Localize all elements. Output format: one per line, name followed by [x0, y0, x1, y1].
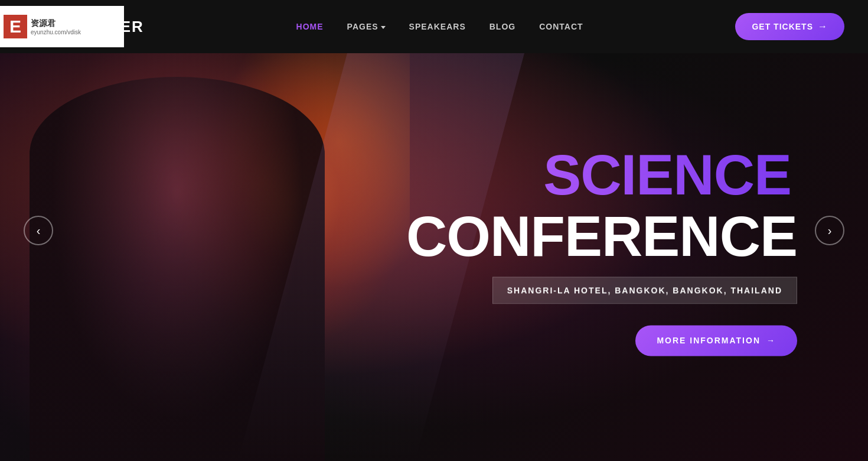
nav-item-blog[interactable]: BLOG: [490, 21, 515, 32]
more-info-label: MORE INFORMATION: [657, 336, 761, 345]
more-information-button[interactable]: MORE INFORMATION →: [635, 325, 797, 356]
location-badge: SHANGRI-LA HOTEL, BANGKOK, BANGKOK, THAI…: [406, 265, 797, 304]
nav-link-pages[interactable]: PAGES: [347, 22, 378, 31]
hero-section: ‹ SCIENCE CONFERENCE SHANGRI-LA HOTEL, B…: [0, 0, 868, 461]
nav-item-speakears[interactable]: SPEAKEARS: [409, 21, 466, 32]
get-tickets-label: GET TICKETS: [752, 22, 813, 31]
carousel-prev-button[interactable]: ‹: [24, 216, 53, 245]
nav-links: HOME PAGES SPEAKEARS BLOG CONTACT: [296, 21, 583, 32]
prev-arrow-icon: ‹: [37, 224, 41, 238]
watermark: E 资源君 eyunzhu.com/vdisk: [0, 6, 124, 47]
hero-title-line1: SCIENCE: [406, 147, 797, 203]
nav-item-home[interactable]: HOME: [296, 21, 324, 32]
get-tickets-button[interactable]: GET TICKETS →: [735, 13, 844, 40]
watermark-e-letter: E: [4, 15, 27, 38]
watermark-url: eyunzhu.com/vdisk: [31, 29, 81, 35]
location-text: SHANGRI-LA HOTEL, BANGKOK, BANGKOK, THAI…: [492, 277, 797, 304]
chevron-down-icon: [381, 26, 386, 29]
hero-content: SCIENCE CONFERENCE SHANGRI-LA HOTEL, BAN…: [406, 147, 797, 356]
more-info-arrow-icon: →: [766, 336, 776, 345]
nav-item-contact[interactable]: CONTACT: [539, 21, 583, 32]
carousel-next-button[interactable]: ›: [815, 216, 844, 245]
nav-item-pages[interactable]: PAGES: [347, 22, 386, 31]
hero-title-line2: CONFERENCE: [406, 208, 797, 265]
nav-link-contact[interactable]: CONTACT: [539, 22, 583, 31]
nav-link-blog[interactable]: BLOG: [490, 22, 515, 31]
nav-link-speakears[interactable]: SPEAKEARS: [409, 22, 466, 31]
hero-title-science-highlight: SCIENCE: [543, 147, 797, 203]
nav-link-home[interactable]: HOME: [296, 22, 324, 31]
get-tickets-arrow-icon: →: [818, 21, 828, 32]
navbar: E eyunzhu.com/vdisk 资源君 CONFER HOME PAGE…: [0, 0, 868, 53]
watermark-text: 资源君 eyunzhu.com/vdisk: [27, 18, 81, 35]
hero-cta-container: MORE INFORMATION →: [406, 304, 797, 356]
next-arrow-icon: ›: [828, 224, 832, 238]
watermark-chinese: 资源君: [31, 18, 81, 29]
